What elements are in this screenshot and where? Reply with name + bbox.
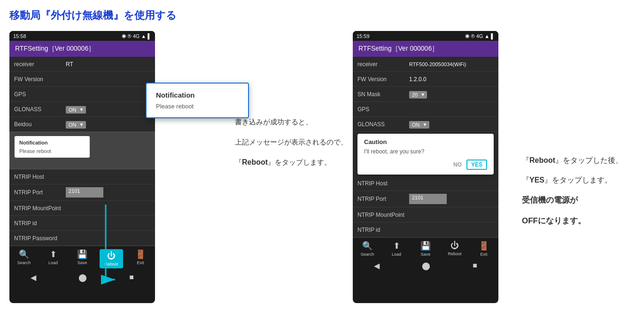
right-label-glonass: GLONASS [357, 121, 409, 128]
label-fw-version: FW Version [14, 76, 66, 83]
glonass-dropdown-wrap[interactable]: ON ▼ [66, 105, 86, 114]
right-ntrip-port-input[interactable]: 2101 [409, 194, 447, 204]
right-sn-dropdown-wrap[interactable]: 20 ▼ [409, 90, 427, 99]
right-desc-line1: 『Reboot』をタップした後、 [522, 153, 625, 168]
label-glonass: GLONASS [14, 106, 66, 113]
label-gps: GPS [14, 91, 66, 98]
right-exit-icon: 🚪 [479, 241, 489, 251]
row-fw-version: FW Version [9, 72, 155, 87]
caution-message: I'll reboot, are you sure? [364, 148, 487, 155]
right-label-gps: GPS [357, 106, 409, 113]
left-signal-bars: ▲ [141, 33, 146, 39]
row-ntrip-host: NTRIP Host [9, 169, 155, 184]
right-home-button[interactable]: ⬤ [422, 261, 430, 270]
ntrip-port-input[interactable]: 2101 [66, 187, 103, 198]
right-desc-line4: OFFになります。 [522, 213, 625, 229]
nav-load-label: Load [48, 260, 58, 265]
yes-button[interactable]: YES [466, 160, 487, 170]
left-wifi-icon: ® [128, 33, 132, 39]
right-row-sn: SN Mask 20 ▼ [353, 87, 498, 102]
right-phone-screen: 15:59 ◉ ® 4G ▲ ▌ RTFSetting［Ver 000006］ [353, 31, 498, 303]
left-signal-icon: ◉ [122, 33, 126, 39]
right-search-icon: 🔍 [362, 241, 372, 251]
recent-button[interactable]: ■ [129, 273, 134, 282]
right-bottom-nav: 🔍 Search ⬆ Load 💾 Save ⏻ [353, 237, 498, 259]
page-container: 移動局『外付け無線機』を使用する 15:58 ◉ ® 4G ▲ ▌ [9, 8, 635, 303]
right-recent-button[interactable]: ■ [473, 261, 477, 270]
nav-search-label: Search [17, 260, 31, 265]
right-nav-load[interactable]: ⬆ Load [385, 241, 408, 257]
right-value-fw: 1.2.0.0 [409, 76, 494, 83]
load-icon: ⬆ [50, 249, 57, 259]
label-ntrip-port: NTRIP Port [14, 189, 66, 196]
reboot-icon: ⏻ [107, 251, 116, 261]
right-off-bold: OFF [522, 216, 538, 225]
right-glonass-dropdown-wrap[interactable]: ON ▼ [409, 120, 429, 129]
row-ntrip-mountpoint: NTRIP MountPoint [9, 201, 155, 216]
top-notification-dialog: Notification Please reboot [146, 83, 249, 118]
right-save-icon: 💾 [420, 241, 431, 251]
right-row-ntrip-mountpoint: NTRIP MountPoint [353, 207, 498, 222]
nav-exit[interactable]: 🚪 Exit [129, 249, 152, 268]
label-ntrip-mountpoint: NTRIP MountPoint [14, 205, 66, 212]
no-button[interactable]: NO [453, 160, 462, 170]
nav-reboot[interactable]: ⏻ Reboot [100, 249, 123, 268]
right-settings-content: receiver RTF500-20050034(WiFi) FW Versio… [353, 57, 498, 237]
right-row-ntrip-host: NTRIP Host [353, 176, 498, 191]
label-ntrip-password: NTRIP Password [14, 235, 66, 242]
right-status-bar: 15:59 ◉ ® 4G ▲ ▌ [353, 31, 498, 41]
right-row-receiver: receiver RTF500-20050034(WiFi) [353, 57, 498, 72]
left-system-nav: ◀ ⬤ ■ [9, 270, 155, 285]
left-status-icons: ◉ ® 4G ▲ ▌ [122, 33, 151, 39]
left-phone-screen: 15:58 ◉ ® 4G ▲ ▌ RTFSetting［Ver 000006］ [9, 31, 155, 303]
row-receiver: receiver RT [9, 57, 155, 72]
row-gps: GPS [9, 87, 155, 102]
home-button[interactable]: ⬤ [78, 273, 87, 282]
right-sn-dropdown[interactable]: 20 [409, 91, 427, 99]
right-time: 15:59 [357, 33, 370, 39]
desc-reboot-bold: Reboot [242, 158, 268, 166]
right-row-ntrip-port: NTRIP Port 2101 [353, 191, 498, 207]
back-button[interactable]: ◀ [31, 273, 36, 282]
right-label-sn: SN Mask [357, 91, 409, 98]
right-signal-icon: ◉ [465, 33, 470, 39]
right-glonass-dropdown[interactable]: ON [409, 121, 429, 129]
right-desc-line3: 受信機の電源が [522, 192, 625, 208]
left-description: 書き込みが成功すると、 上記メッセージが表示されるので、 『Reboot』をタッ… [230, 115, 362, 177]
right-nav-exit-label: Exit [480, 252, 487, 257]
right-nav-save[interactable]: 💾 Save [414, 241, 437, 257]
right-phone-wrapper: 15:59 ◉ ® 4G ▲ ▌ RTFSetting［Ver 000006］ [353, 31, 498, 303]
nav-save-label: Save [78, 260, 87, 265]
right-desc-line2: 『YES』をタップします。 [522, 173, 625, 188]
right-back-button[interactable]: ◀ [374, 261, 380, 270]
right-nav-search[interactable]: 🔍 Search [356, 241, 379, 257]
right-reboot-icon: ⏻ [450, 241, 459, 251]
left-battery-icon: ▌ [147, 33, 151, 39]
right-nav-search-label: Search [361, 252, 374, 257]
nav-load[interactable]: ⬆ Load [41, 249, 65, 268]
left-phone-wrapper: 15:58 ◉ ® 4G ▲ ▌ RTFSetting［Ver 000006］ [9, 31, 155, 303]
right-nav-save-label: Save [421, 252, 431, 257]
right-row-gps: GPS [353, 102, 498, 117]
left-settings-content: receiver RT FW Version GPS GLONASS [9, 57, 155, 246]
bottom-notification-row: Notification Please reboot [9, 132, 155, 169]
right-signal-bars: ▲ [484, 33, 489, 39]
right-label-ntrip-id: NTRIP id [357, 227, 409, 233]
right-nav-exit[interactable]: 🚪 Exit [472, 241, 496, 257]
nav-search[interactable]: 🔍 Search [12, 249, 36, 268]
nav-exit-label: Exit [137, 260, 144, 265]
beidou-dropdown-wrap[interactable]: ON ▼ [66, 120, 86, 129]
beidou-dropdown[interactable]: ON [66, 121, 86, 129]
right-row-ntrip-id: NTRIP id [353, 222, 498, 237]
caution-buttons: NO YES [364, 160, 487, 170]
right-label-ntrip-host: NTRIP Host [357, 180, 409, 187]
label-ntrip-id: NTRIP id [14, 220, 66, 227]
content-section: 15:58 ◉ ® 4G ▲ ▌ RTFSetting［Ver 000006］ [9, 31, 635, 303]
row-ntrip-password: NTRIP Password [9, 231, 155, 246]
glonass-dropdown[interactable]: ON [66, 106, 86, 114]
right-label-ntrip-port: NTRIP Port [357, 196, 409, 202]
right-yes-bold: YES [529, 176, 544, 184]
nav-save[interactable]: 💾 Save [70, 249, 94, 268]
top-notif-title: Notification [156, 91, 239, 99]
right-nav-reboot[interactable]: ⏻ Reboot [443, 241, 466, 257]
